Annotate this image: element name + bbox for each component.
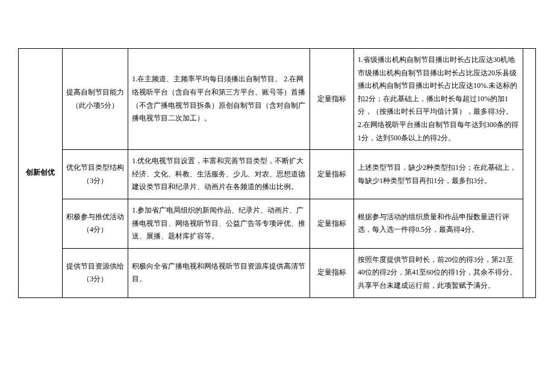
criteria-cell: 按照年度提供节目时长，前20位的得3分，第21至40位的得2分，第41至60位的… [354, 248, 523, 297]
criteria-cell: 根据参与活动的组织质量和作品申报数量进行评选，每入选一件得0.5分，最高得4分。 [354, 199, 523, 248]
criteria-cell: 1.省级播出机构自制节目播出时长占比应达30机地市级播出机构自制节目播出时长占比… [354, 49, 523, 150]
item-cell: 优化节目类型结构（3分） [62, 150, 128, 199]
item-cell: 提供节目资源供给（3分） [62, 248, 128, 297]
criteria-cell: 上述类型节目，缺少2种类型扣1分；在此基础上，每缺少1种类型节目再扣1分，最多扣… [354, 150, 523, 199]
type-cell: 定量指标 [310, 49, 354, 150]
item-cell: 提高自制节目能力（此小项5分） [62, 49, 128, 150]
type-cell: 定量指标 [310, 248, 354, 297]
empty-cell [523, 49, 536, 298]
table-row: 优化节目类型结构（3分） 1.优化电视节目设置，丰富和完善节目类型，不断扩大经济… [19, 150, 536, 199]
item-cell: 积极参与推优活动（4分） [62, 199, 128, 248]
desc-cell: 1.优化电视节目设置，丰富和完善节目类型，不断扩大经济、文化、科教、生活服务、少… [128, 150, 310, 199]
category-cell: 创新创优 [19, 49, 63, 298]
desc-cell: 积极向全省广播电视和网络视听节目资源库提供高清节目。 [128, 248, 310, 297]
evaluation-table: 创新创优 提高自制节目能力（此小项5分） 1.在主频道、主频率平均每日须播出自制… [18, 48, 536, 298]
table-row: 创新创优 提高自制节目能力（此小项5分） 1.在主频道、主频率平均每日须播出自制… [19, 49, 536, 150]
table-row: 提供节目资源供给（3分） 积极向全省广播电视和网络视听节目资源库提供高清节目。 … [19, 248, 536, 297]
desc-cell: 1.在主频道、主频率平均每日须播出自制节目。 2.在网络视听平台（含自有平台和第… [128, 49, 310, 150]
type-cell: 定量指标 [310, 199, 354, 248]
type-cell: 定量指标 [310, 150, 354, 199]
table-row: 积极参与推优活动（4分） 1.参加省广电局组织的新闻作品、纪录片、动画片、广播电… [19, 199, 536, 248]
desc-cell: 1.参加省广电局组织的新闻作品、纪录片、动画片、广播电视节目、网络视听节目、公益… [128, 199, 310, 248]
